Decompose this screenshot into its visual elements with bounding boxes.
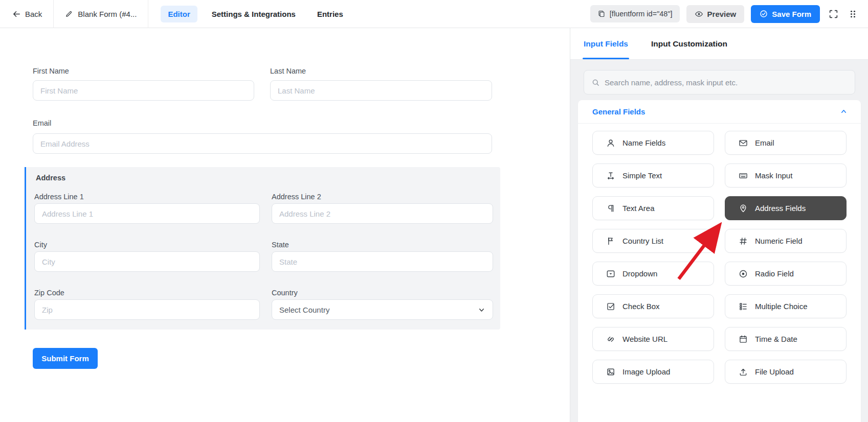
field-button-label: Address Fields xyxy=(755,204,806,213)
state-input[interactable] xyxy=(272,251,493,272)
field-picker-sidebar: Input Fields Input Customization General… xyxy=(570,28,868,422)
field-button-simple-text[interactable]: Simple Text xyxy=(592,163,714,187)
field-button-check-box[interactable]: Check Box xyxy=(592,294,714,318)
fullscreen-icon xyxy=(829,9,838,19)
field-button-label: Text Area xyxy=(622,204,655,213)
field-button-label: Time & Date xyxy=(755,335,797,343)
back-arrow-icon xyxy=(12,10,21,18)
country-select-value: Select Country xyxy=(279,306,329,314)
field-button-image-upload[interactable]: Image Upload xyxy=(592,360,714,384)
search-icon xyxy=(591,78,600,87)
field-buttons-grid: Name FieldsEmailSimple TextMask InputTex… xyxy=(578,124,861,384)
top-toolbar: Back Blank Form (#4... Editor Settings &… xyxy=(0,0,868,28)
field-button-label: Country List xyxy=(622,237,663,245)
field-button-label: Image Upload xyxy=(622,367,670,376)
dots-grid-icon xyxy=(849,9,857,19)
field-button-numeric-field[interactable]: Numeric Field xyxy=(725,229,847,253)
general-fields-header[interactable]: General Fields xyxy=(578,100,861,124)
address-field-group[interactable]: Address Address Line 1 Address Line 2 Ci… xyxy=(25,167,500,330)
multiple-choice-icon xyxy=(739,302,748,311)
field-button-label: Simple Text xyxy=(622,171,662,180)
field-button-email[interactable]: Email xyxy=(725,131,847,155)
city-input[interactable] xyxy=(34,251,260,272)
image-icon xyxy=(606,367,615,377)
field-button-website-url[interactable]: Website URL xyxy=(592,327,714,351)
tab-settings-integrations[interactable]: Settings & Integrations xyxy=(205,6,303,22)
shortcode-text: [fluentform id="48"] xyxy=(610,10,673,18)
preview-label: Preview xyxy=(707,10,737,18)
text-width-icon xyxy=(606,171,615,180)
tab-input-customization[interactable]: Input Customization xyxy=(651,28,727,59)
eye-icon xyxy=(695,10,703,18)
more-options-button[interactable] xyxy=(847,7,859,21)
field-button-name-fields[interactable]: Name Fields xyxy=(592,131,714,155)
address-line1-label: Address Line 1 xyxy=(34,193,84,201)
flag-icon xyxy=(606,237,615,246)
field-button-multiple-choice[interactable]: Multiple Choice xyxy=(725,294,847,318)
field-button-label: Radio Field xyxy=(755,269,794,278)
field-button-radio-field[interactable]: Radio Field xyxy=(725,262,847,286)
tab-editor[interactable]: Editor xyxy=(161,6,197,22)
field-button-label: Website URL xyxy=(622,335,667,343)
email-label: Email xyxy=(33,119,51,127)
first-name-label: First Name xyxy=(33,67,69,75)
field-button-file-upload[interactable]: File Upload xyxy=(725,360,847,384)
general-fields-title: General Fields xyxy=(592,107,645,116)
address-group-title: Address xyxy=(36,174,65,182)
calendar-icon xyxy=(739,335,748,344)
fullscreen-button[interactable] xyxy=(827,7,840,21)
user-icon xyxy=(606,138,615,148)
save-form-label: Save Form xyxy=(772,10,811,18)
back-label: Back xyxy=(25,10,42,18)
email-input[interactable] xyxy=(33,133,492,154)
upload-icon xyxy=(739,367,748,377)
field-button-label: Name Fields xyxy=(622,138,665,147)
field-button-time-date[interactable]: Time & Date xyxy=(725,327,847,351)
field-button-address-fields[interactable]: Address Fields xyxy=(725,196,847,220)
save-form-button[interactable]: Save Form xyxy=(751,5,820,23)
field-search-box xyxy=(584,70,855,95)
hash-icon xyxy=(739,237,748,246)
sidebar-tabs: Input Fields Input Customization xyxy=(570,28,868,60)
country-select[interactable]: Select Country xyxy=(272,299,493,320)
tab-input-fields[interactable]: Input Fields xyxy=(584,28,628,59)
form-name-button[interactable]: Blank Form (#4... xyxy=(54,0,148,28)
chevron-up-icon xyxy=(840,108,848,115)
field-button-mask-input[interactable]: Mask Input xyxy=(725,163,847,187)
last-name-label: Last Name xyxy=(270,67,306,75)
editor-nav-tabs: Editor Settings & Integrations Entries xyxy=(161,6,350,22)
general-fields-panel: General Fields Name FieldsEmailSimple Te… xyxy=(578,100,861,422)
field-button-label: Email xyxy=(755,138,774,147)
field-button-label: Multiple Choice xyxy=(755,302,808,311)
address-line1-input[interactable] xyxy=(34,203,260,224)
field-button-dropdown[interactable]: Dropdown xyxy=(592,262,714,286)
address-line2-label: Address Line 2 xyxy=(272,193,321,201)
country-label: Country xyxy=(272,289,298,297)
submit-form-button[interactable]: Submit Form xyxy=(33,348,98,369)
field-button-label: File Upload xyxy=(755,367,794,376)
chevron-down-icon xyxy=(478,306,485,314)
shortcode-pill[interactable]: [fluentform id="48"] xyxy=(590,5,680,22)
back-button[interactable]: Back xyxy=(0,0,53,28)
field-button-country-list[interactable]: Country List xyxy=(592,229,714,253)
radio-icon xyxy=(739,269,748,278)
first-name-input[interactable] xyxy=(33,80,254,101)
tab-entries[interactable]: Entries xyxy=(310,6,350,22)
last-name-input[interactable] xyxy=(270,80,492,101)
field-button-text-area[interactable]: Text Area xyxy=(592,196,714,220)
link-icon xyxy=(606,335,615,344)
state-label: State xyxy=(272,241,289,249)
address-line2-input[interactable] xyxy=(272,203,493,224)
preview-button[interactable]: Preview xyxy=(686,5,745,23)
toolbar-divider xyxy=(148,0,148,28)
field-button-label: Check Box xyxy=(622,302,660,311)
field-search-input[interactable] xyxy=(605,78,848,87)
envelope-icon xyxy=(739,138,748,148)
field-button-label: Numeric Field xyxy=(755,237,803,245)
form-editor-canvas: First Name Last Name Email Address Addre… xyxy=(0,28,570,422)
zip-input[interactable] xyxy=(34,299,260,320)
checkbox-icon xyxy=(606,302,615,311)
pencil-icon xyxy=(65,10,73,18)
zip-label: Zip Code xyxy=(34,289,64,297)
keyboard-icon xyxy=(739,171,748,180)
